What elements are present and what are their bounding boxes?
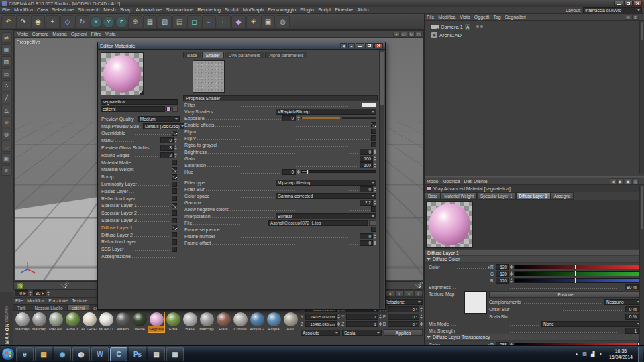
material-channel-row[interactable]: Flakes Layer bbox=[101, 188, 178, 195]
channel-value-field[interactable]: 120 bbox=[496, 278, 513, 284]
material-item[interactable]: ALTRI ED bbox=[81, 312, 97, 332]
material-manager-menu-item[interactable]: Texture bbox=[70, 298, 89, 304]
attribute-tab[interactable]: Specular Layer 1 bbox=[477, 192, 516, 200]
coordinate-field[interactable]: 0 ° bbox=[388, 306, 423, 312]
shader-property-row[interactable]: Flip v bbox=[183, 135, 378, 141]
minimize-button[interactable] bbox=[614, 1, 623, 6]
layout-select[interactable]: Interfaccia di Avvio bbox=[583, 7, 642, 13]
browse-button[interactable] bbox=[369, 220, 376, 226]
me-back-icon[interactable]: ◀ bbox=[340, 43, 347, 48]
viewport-menu-item[interactable]: Vista bbox=[103, 31, 117, 38]
material-channel-row[interactable]: Bump bbox=[101, 173, 178, 180]
am-search-icon[interactable]: ◎ bbox=[632, 178, 639, 184]
shader-tab[interactable]: Alpha parameters bbox=[265, 52, 307, 58]
attribute-tab[interactable]: Diffuse Layer 1 bbox=[516, 192, 551, 200]
property-dropdown[interactable]: Bilinear bbox=[276, 213, 376, 219]
me-pin-icon[interactable]: ▴ bbox=[348, 43, 355, 48]
attribute-tab[interactable]: Assegna bbox=[551, 192, 574, 200]
attribute-manager-menu-item[interactable]: Modo bbox=[425, 178, 441, 185]
shader-tab[interactable]: Base bbox=[183, 52, 201, 58]
channel-checkbox[interactable] bbox=[172, 174, 177, 180]
visibility-dots[interactable] bbox=[476, 25, 483, 28]
convert-object-icon[interactable]: ⇄ bbox=[1, 32, 12, 43]
layer-menu-button[interactable] bbox=[172, 107, 178, 112]
workplane-lock-icon[interactable]: ▣ bbox=[1, 153, 12, 164]
shader-property-row[interactable]: Filter Blur 0 bbox=[183, 186, 378, 192]
shader-property-row[interactable]: Filter type Mip-map filtering bbox=[183, 179, 378, 186]
layer-tab[interactable]: esterni bbox=[68, 305, 90, 310]
material-item[interactable]: Erba bbox=[165, 312, 181, 332]
material-item[interactable]: Acqua bbox=[266, 312, 282, 332]
lock-z-axis-icon[interactable]: Z bbox=[115, 16, 127, 28]
channel-checkbox[interactable] bbox=[172, 218, 177, 223]
property-number-field[interactable]: 0 bbox=[360, 240, 376, 246]
menu-item[interactable]: Script bbox=[316, 7, 333, 13]
channel-number-field[interactable]: 2 bbox=[160, 152, 177, 158]
material-item[interactable]: Cordoli bbox=[232, 312, 248, 332]
menu-item[interactable]: Sculpt bbox=[223, 7, 241, 13]
add-deformer-icon[interactable]: ◆ bbox=[231, 15, 246, 29]
record-rotation-icon[interactable]: ◆ bbox=[395, 290, 404, 297]
menu-item[interactable]: Simulazione bbox=[164, 7, 195, 13]
channel-number-field[interactable]: 0 bbox=[160, 137, 177, 143]
coordinate-field[interactable]: 1 bbox=[346, 321, 381, 327]
menu-item[interactable]: Modifica bbox=[12, 7, 35, 13]
material-preview[interactable] bbox=[101, 52, 144, 95]
menu-item[interactable]: Animazione bbox=[133, 7, 164, 13]
material-manager-menu-item[interactable]: File bbox=[13, 298, 25, 304]
material-name-field[interactable]: segnaletica bbox=[101, 99, 178, 105]
property-slider[interactable] bbox=[301, 170, 376, 173]
property-number-field[interactable]: 0 bbox=[360, 233, 376, 239]
object-row-archicad[interactable]: ArchiCAD bbox=[426, 31, 643, 39]
color-label-row[interactable]: Color bbox=[429, 263, 490, 269]
layer-tab[interactable]: Tutti bbox=[13, 305, 30, 310]
attribute-tab[interactable]: Base bbox=[425, 192, 441, 200]
channel-dropdown[interactable]: Medium bbox=[138, 116, 180, 122]
tray-flag-icon[interactable]: ▨ bbox=[582, 351, 588, 357]
shader-property-row[interactable]: Color space Gamma corrected bbox=[183, 192, 378, 199]
diffuse-color-header[interactable]: Diffuse Color bbox=[425, 256, 644, 263]
channel-checkbox[interactable] bbox=[172, 239, 177, 245]
apply-button[interactable]: Applica bbox=[384, 329, 423, 336]
attribute-manager-menu-item[interactable]: Dati Utente bbox=[462, 178, 490, 185]
shader-property-row[interactable]: Saturation 100 bbox=[183, 162, 378, 168]
material-item[interactable]: Acqua 2 bbox=[249, 312, 265, 332]
shader-property-row[interactable]: Filter bbox=[183, 101, 378, 108]
shader-property-row[interactable]: Rgba to grayscl bbox=[183, 141, 378, 148]
taskbar-photoshop-icon[interactable]: Ps bbox=[129, 347, 146, 361]
material-preview[interactable] bbox=[426, 201, 473, 248]
material-item[interactable]: Base bbox=[182, 312, 198, 332]
menu-item[interactable]: Crea bbox=[35, 7, 50, 13]
sampling-select[interactable]: Nessuno bbox=[604, 299, 642, 305]
channel-dropdown[interactable]: Default (256x256) bbox=[143, 123, 184, 129]
material-editor-close-button[interactable] bbox=[374, 43, 383, 48]
frame-start-field[interactable]: 0 F bbox=[15, 290, 32, 296]
shader-tab[interactable]: Uvw parameters bbox=[225, 52, 264, 58]
view-toggle-icon[interactable]: ▢ bbox=[415, 32, 422, 37]
scale-mode-select[interactable]: Scala bbox=[342, 330, 382, 336]
texture-preview-thumbnail[interactable] bbox=[193, 60, 225, 93]
property-dropdown[interactable]: Mip-map filtering bbox=[276, 180, 376, 186]
show-desktop-button[interactable] bbox=[638, 347, 643, 362]
rotate-tool-icon[interactable]: ↻ bbox=[75, 15, 89, 29]
om-filter-icon[interactable]: ≡ bbox=[632, 14, 639, 20]
workplane-mode-icon[interactable]: ▭ bbox=[1, 68, 12, 79]
shader-property-row[interactable]: Hue 0 bbox=[183, 168, 378, 175]
tray-show-hidden-icon[interactable]: ▴ bbox=[574, 351, 580, 357]
render-settings-icon[interactable]: ▤ bbox=[172, 15, 186, 29]
channel-checkbox[interactable] bbox=[172, 188, 177, 194]
coordinate-mode-select[interactable]: Assoluto bbox=[301, 330, 340, 336]
shader-property-row[interactable]: Flip u bbox=[183, 128, 378, 135]
transparency-header[interactable]: Diffuse Layer Transparency bbox=[425, 334, 644, 341]
channel-checkbox[interactable] bbox=[172, 182, 177, 187]
shader-tab[interactable]: Shader bbox=[202, 52, 224, 58]
add-camera-icon[interactable]: ▣ bbox=[261, 15, 275, 29]
live-selection-icon[interactable]: ◉ bbox=[31, 15, 45, 29]
view-rotate-icon[interactable]: ↻ bbox=[408, 32, 415, 37]
om-search-icon[interactable]: ◎ bbox=[625, 14, 631, 20]
taskbar-browser-icon[interactable]: ◍ bbox=[72, 347, 90, 361]
close-button[interactable] bbox=[633, 1, 642, 6]
material-channel-row[interactable]: Overridable bbox=[101, 130, 178, 137]
menu-item[interactable]: Snap bbox=[118, 7, 134, 13]
material-channel-row[interactable]: Material Weight bbox=[101, 166, 178, 174]
